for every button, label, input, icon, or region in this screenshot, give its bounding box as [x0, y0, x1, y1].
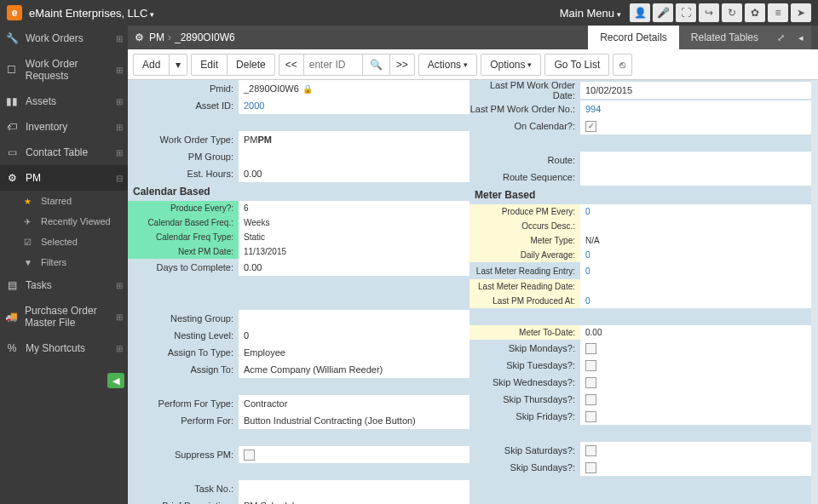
nav-contact-table[interactable]: ▭Contact Table⊞	[0, 140, 128, 165]
nav-work-orders[interactable]: 🔧Work Orders⊞	[0, 26, 128, 51]
expand-icon[interactable]: ⊞	[116, 281, 123, 290]
refresh-icon[interactable]: ↻	[722, 3, 742, 22]
chk-skip-tue[interactable]	[585, 360, 596, 371]
nav-tasks[interactable]: ▤Tasks⊞	[0, 272, 128, 298]
expand-icon[interactable]: ⊞	[116, 97, 123, 106]
app-logo[interactable]: e	[7, 5, 22, 20]
nav-inventory[interactable]: 🏷Inventory⊞	[0, 114, 128, 140]
send-icon[interactable]: ➤	[791, 3, 811, 22]
val-pmgroup	[239, 148, 469, 165]
expand-icon[interactable]: ⊞	[116, 123, 123, 132]
main-pane: ⚙ PM›_2890OI0W6 Record Details Related T…	[128, 26, 818, 504]
val-assign-to-type: Employee	[239, 344, 469, 361]
lbl-last-meter-entry: Last Meter Reading Entry:	[469, 266, 580, 276]
tab-expand[interactable]: ⤢	[770, 26, 791, 49]
lbl-last-wo-no: Last PM Work Order No.:	[469, 104, 580, 114]
mic-icon[interactable]: 🎤	[653, 3, 673, 22]
lbl-assign-to-type: Assign To Type:	[128, 347, 239, 358]
expand-icon[interactable]: ⛶	[676, 3, 696, 22]
nav-pm[interactable]: ⚙PM⊟	[0, 165, 128, 191]
lbl-route-seq: Route Sequence:	[469, 172, 580, 182]
expand-icon[interactable]: ⊞	[116, 312, 123, 322]
lbl-next-pm-date: Next PM Date:	[128, 247, 239, 256]
delete-button[interactable]: Delete	[227, 54, 275, 76]
options-button[interactable]: Options▾	[481, 54, 541, 76]
logout-icon[interactable]: ↪	[699, 3, 719, 22]
chk-skip-fri[interactable]	[585, 411, 596, 422]
external-button[interactable]: ⎋	[613, 54, 632, 76]
lbl-perform-for: Perform For:	[128, 415, 239, 426]
chk-skip-thu[interactable]	[585, 394, 596, 405]
val-skip-fri	[580, 408, 811, 425]
chk-skip-sat[interactable]	[585, 445, 596, 456]
bc-pm[interactable]: PM	[149, 32, 164, 43]
search-button[interactable]: 🔍	[362, 54, 390, 76]
filter-icon: ▼	[24, 258, 36, 267]
val-skip-tue	[580, 357, 811, 374]
tab-record-details[interactable]: Record Details	[588, 26, 679, 49]
chk-suppress-pm[interactable]	[244, 450, 255, 461]
next-button[interactable]: >>	[389, 54, 415, 76]
check-icon: ☑	[24, 238, 36, 247]
val-skip-sun	[580, 459, 811, 476]
tab-chevron[interactable]: ◂	[791, 26, 811, 49]
sub-recently-viewed[interactable]: ✈Recently Viewed	[0, 211, 128, 232]
val-skip-wed	[580, 374, 811, 391]
settings-icon[interactable]: ✿	[745, 3, 765, 22]
add-dropdown[interactable]: ▾	[169, 54, 187, 76]
actions-button[interactable]: Actions▾	[418, 54, 477, 76]
val-days-complete: 0.00	[239, 259, 469, 276]
gotolist-button[interactable]: Go To List	[544, 54, 609, 76]
lbl-wotype: Work Order Type:	[128, 135, 239, 145]
sub-filters[interactable]: ▼Filters	[0, 252, 128, 272]
chk-on-calendar[interactable]	[585, 121, 596, 132]
breadcrumb: PM›_2890OI0W6	[149, 32, 235, 43]
edit-button[interactable]: Edit	[191, 54, 228, 76]
val-assetid[interactable]: 2000	[239, 97, 469, 114]
main-menu[interactable]: Main Menu▾	[560, 7, 621, 20]
val-meter-type: N/A	[580, 233, 811, 248]
val-wotype: PM PM	[239, 131, 469, 148]
expand-icon[interactable]: ⊞	[116, 34, 123, 43]
val-esthours: 0.00	[239, 165, 469, 182]
nav-assets[interactable]: ▮▮Assets⊞	[0, 89, 128, 114]
sidebar-collapse[interactable]: ◀	[107, 373, 124, 388]
expand-icon[interactable]: ⊞	[116, 148, 123, 158]
expand-icon[interactable]: ⊞	[116, 66, 123, 75]
lbl-cal-freq-type: Calendar Freq Type:	[128, 232, 239, 242]
prev-button[interactable]: <<	[279, 54, 304, 76]
lbl-skip-wed: Skip Wednesdays?:	[469, 377, 580, 387]
user-icon[interactable]: 👤	[630, 3, 650, 22]
lbl-produce-every: Produce Every?:	[128, 203, 239, 213]
scrollbar[interactable]	[811, 80, 818, 504]
tab-related-tables[interactable]: Related Tables	[679, 26, 770, 49]
hdr-calendar-based: Calendar Based	[128, 182, 469, 201]
val-meter-to-date: 0.00	[580, 325, 811, 340]
expand-icon[interactable]: ⊞	[116, 344, 123, 353]
sub-starred[interactable]: ★Starred	[0, 191, 128, 211]
val-last-wo-no[interactable]: 994	[580, 100, 811, 117]
bc-record: _2890OI0W6	[175, 32, 235, 43]
nav-po-master[interactable]: 🚚Purchase Order Master File⊞	[0, 298, 128, 335]
chk-skip-mon[interactable]	[585, 343, 596, 354]
chk-skip-sun[interactable]	[585, 462, 596, 473]
add-button[interactable]: Add	[133, 54, 170, 76]
sub-selected[interactable]: ☑Selected	[0, 232, 128, 252]
nav-wo-requests[interactable]: ☐Work Order Requests⊞	[0, 51, 128, 89]
clipboard-icon: ☐	[5, 64, 19, 76]
list-icon[interactable]: ≡	[768, 3, 788, 22]
id-input[interactable]	[303, 54, 363, 76]
val-produce-every: 6	[239, 201, 469, 215]
val-nesting-group	[239, 310, 469, 327]
nav-shortcuts[interactable]: %My Shortcuts⊞	[0, 335, 128, 361]
collapse-icon[interactable]: ⊟	[116, 174, 123, 183]
lbl-skip-sun: Skip Sundays?:	[469, 462, 580, 472]
val-skip-thu	[580, 391, 811, 408]
org-name[interactable]: eMaint Enterprises, LLC▾	[29, 7, 154, 20]
gear-icon[interactable]: ⚙	[135, 32, 144, 43]
hdr-meter-based: Meter Based	[469, 186, 811, 204]
star-icon: ★	[24, 197, 36, 206]
lbl-suppress-pm: Suppress PM:	[128, 450, 239, 460]
chk-skip-wed[interactable]	[585, 377, 596, 388]
val-on-calendar	[580, 117, 811, 135]
